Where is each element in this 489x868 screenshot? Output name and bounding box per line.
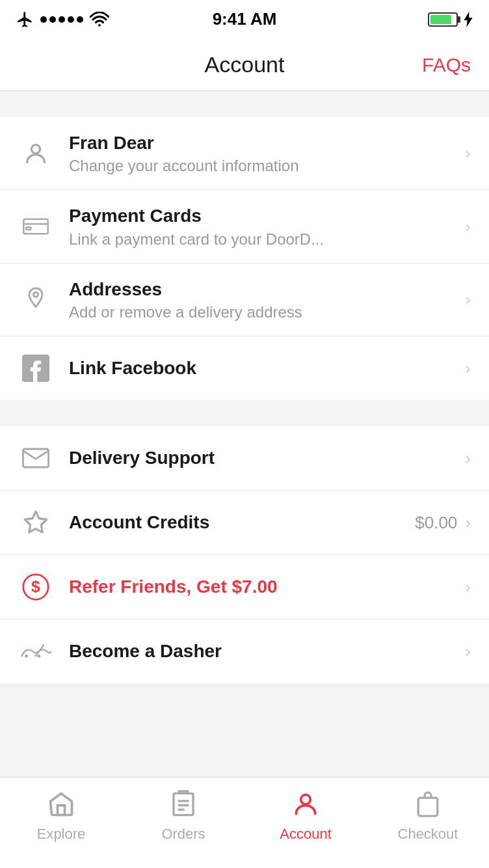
svg-point-1 xyxy=(31,144,40,153)
payment-cards-item[interactable]: Payment Cards Link a payment card to you… xyxy=(0,190,489,263)
dasher-title: Become a Dasher xyxy=(69,640,465,663)
page-title: Account xyxy=(205,52,285,77)
chevron-icon: › xyxy=(465,143,471,163)
airplane-icon xyxy=(16,10,34,29)
profile-subtitle: Change your account information xyxy=(69,157,465,175)
tab-checkout-label: Checkout xyxy=(398,826,458,843)
tab-account-label: Account xyxy=(280,826,332,843)
refer-title: Refer Friends, Get $7.00 xyxy=(69,575,465,599)
chevron-icon: › xyxy=(465,448,471,468)
payment-subtitle: Link a payment card to your DoorD... xyxy=(69,230,465,249)
section-gap-2 xyxy=(0,400,489,426)
dollar-circle-icon: $ xyxy=(18,569,53,604)
account-section-1: Fran Dear Change your account informatio… xyxy=(0,117,489,400)
facebook-title: Link Facebook xyxy=(69,357,465,380)
person-icon xyxy=(18,136,53,171)
facebook-item[interactable]: Link Facebook › xyxy=(0,336,489,400)
svg-point-10 xyxy=(25,655,28,658)
chevron-icon: › xyxy=(465,642,471,662)
status-right xyxy=(428,12,473,27)
tab-checkout[interactable]: Checkout xyxy=(367,788,489,843)
addresses-item[interactable]: Addresses Add or remove a delivery addre… xyxy=(0,264,489,336)
become-dasher-item[interactable]: Become a Dasher › xyxy=(0,619,489,683)
page-header: Account FAQs xyxy=(0,39,489,91)
status-bar: 9:41 AM xyxy=(0,0,489,39)
tab-explore[interactable]: Explore xyxy=(0,788,122,843)
account-credits-item[interactable]: Account Credits $0.00 › xyxy=(0,491,489,555)
facebook-icon xyxy=(18,351,53,386)
wifi-icon xyxy=(90,12,109,27)
chevron-icon: › xyxy=(465,577,471,597)
payment-title: Payment Cards xyxy=(69,204,465,228)
faq-button[interactable]: FAQs xyxy=(422,54,471,76)
location-icon xyxy=(18,282,53,317)
credits-value: $0.00 xyxy=(415,513,457,533)
chevron-icon: › xyxy=(465,359,471,379)
bag-icon xyxy=(412,788,444,821)
home-icon xyxy=(45,788,77,821)
tab-orders[interactable]: Orders xyxy=(122,788,244,843)
star-icon xyxy=(18,505,53,540)
charging-icon xyxy=(463,12,473,27)
chevron-icon: › xyxy=(465,290,471,310)
credits-title: Account Credits xyxy=(69,511,415,534)
svg-rect-12 xyxy=(58,806,65,815)
tab-account[interactable]: Account xyxy=(244,788,367,843)
svg-point-11 xyxy=(37,655,40,658)
profile-item[interactable]: Fran Dear Change your account informatio… xyxy=(0,117,489,190)
mail-icon xyxy=(18,441,53,476)
svg-text:$: $ xyxy=(31,578,40,595)
svg-point-0 xyxy=(98,24,101,27)
signal-dots xyxy=(40,16,83,23)
addresses-title: Addresses xyxy=(69,278,465,301)
svg-rect-18 xyxy=(418,798,438,816)
delivery-support-item[interactable]: Delivery Support › xyxy=(0,426,489,491)
refer-friends-item[interactable]: $ Refer Friends, Get $7.00 › xyxy=(0,555,489,619)
svg-point-17 xyxy=(301,794,311,804)
addresses-subtitle: Add or remove a delivery address xyxy=(69,303,465,321)
status-time: 9:41 AM xyxy=(213,9,277,29)
card-icon xyxy=(18,209,53,244)
tab-orders-label: Orders xyxy=(161,826,205,843)
support-title: Delivery Support xyxy=(69,446,465,470)
status-left xyxy=(16,10,109,29)
section-gap-1 xyxy=(0,91,489,117)
account-tab-icon xyxy=(289,788,322,821)
orders-icon xyxy=(167,788,200,821)
dasher-icon xyxy=(18,634,53,669)
profile-name: Fran Dear xyxy=(69,131,465,155)
chevron-icon: › xyxy=(465,513,471,533)
tab-explore-label: Explore xyxy=(37,826,86,843)
svg-point-5 xyxy=(33,293,38,297)
svg-rect-4 xyxy=(26,227,31,230)
tab-bar: Explore Orders Account xyxy=(0,777,489,868)
battery-icon xyxy=(428,12,458,27)
chevron-icon: › xyxy=(465,217,471,237)
account-section-2: Delivery Support › Account Credits $0.00… xyxy=(0,426,489,683)
